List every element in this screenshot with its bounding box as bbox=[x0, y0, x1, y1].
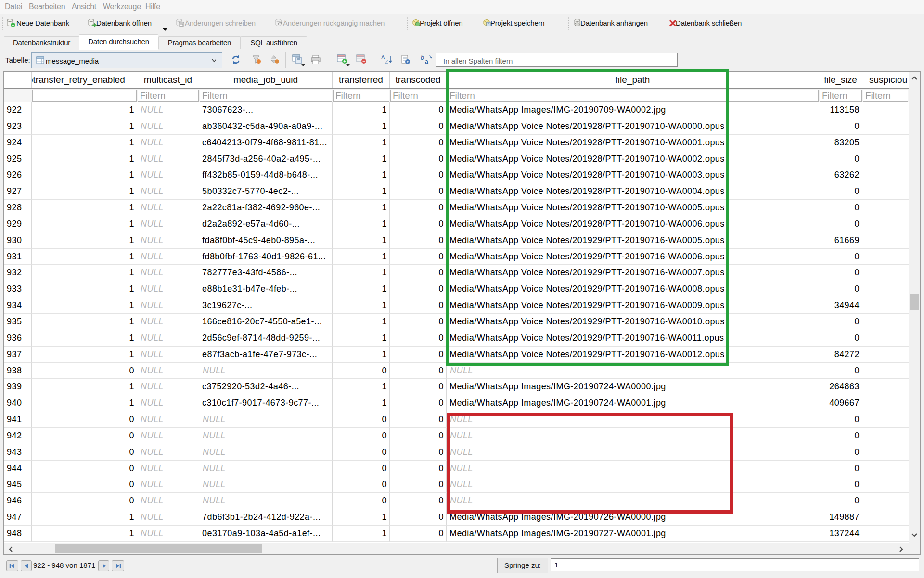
svg-text:Z: Z bbox=[385, 59, 388, 64]
svg-text:a: a bbox=[425, 58, 428, 65]
svg-text:b: b bbox=[421, 54, 424, 61]
svg-text:A: A bbox=[381, 54, 385, 60]
